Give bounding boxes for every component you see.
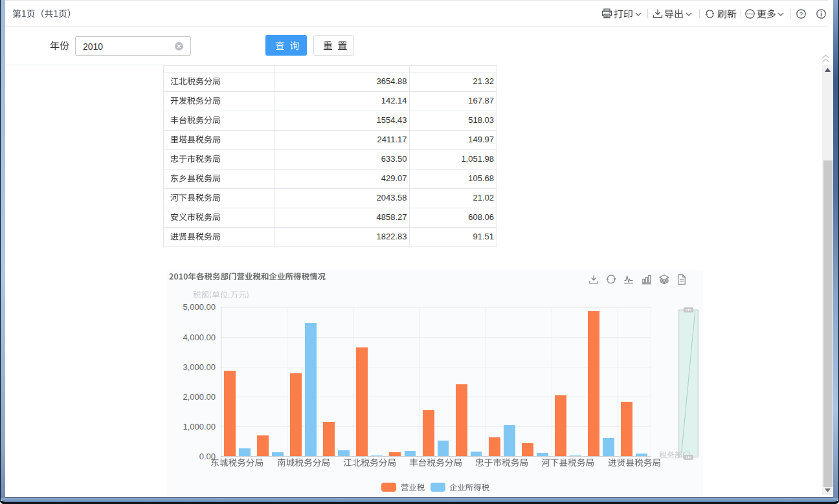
svg-text:?: ? [800, 10, 803, 17]
